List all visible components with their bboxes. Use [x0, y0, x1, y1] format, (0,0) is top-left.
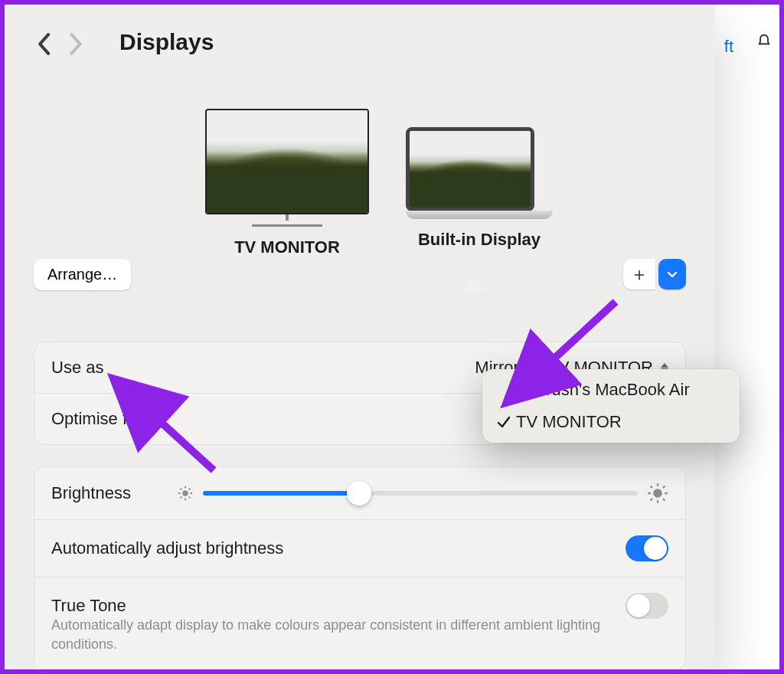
- svg-line-7: [181, 497, 182, 499]
- plus-icon: ＋: [630, 262, 648, 286]
- slider-knob[interactable]: [347, 481, 371, 506]
- use-as-label: Use as: [51, 358, 103, 378]
- svg-point-9: [653, 489, 662, 498]
- display-label: TV MONITOR: [205, 237, 369, 257]
- displays-settings-panel: Displays TV MONITOR Built-in Display Arr…: [5, 5, 715, 671]
- svg-line-8: [189, 489, 191, 490]
- auto-brightness-label: Automatically adjust brightness: [51, 538, 283, 558]
- svg-line-16: [651, 499, 652, 500]
- brightness-low-icon: [177, 485, 194, 502]
- brightness-high-icon: [647, 483, 668, 504]
- true-tone-toggle[interactable]: [626, 593, 668, 619]
- tv-stand-icon: [252, 219, 322, 227]
- brightness-row: Brightness: [34, 467, 685, 519]
- auto-brightness-toggle[interactable]: [626, 535, 668, 561]
- page-title: Displays: [119, 29, 214, 55]
- chevron-down-icon: [666, 268, 678, 280]
- macbook-icon: [406, 127, 534, 211]
- optimise-option-tv[interactable]: TV MONITOR: [487, 406, 735, 438]
- true-tone-label: True Tone: [51, 596, 126, 616]
- displays-toolbar: Arrange… ＋: [34, 259, 686, 293]
- popup-item-label: Paurush's MacBook Air: [516, 380, 690, 400]
- svg-point-0: [182, 490, 188, 496]
- svg-line-14: [651, 486, 652, 488]
- display-item-builtin[interactable]: Built-in Display: [406, 127, 553, 250]
- arrange-button[interactable]: Arrange…: [34, 259, 131, 290]
- tv-monitor-icon: [205, 109, 369, 214]
- display-item-tv[interactable]: TV MONITOR: [205, 109, 369, 257]
- optimise-for-label: Optimise for: [51, 409, 142, 429]
- optimise-for-popup: Paurush's MacBook Air TV MONITOR: [482, 369, 740, 443]
- add-display-dropdown-button[interactable]: [658, 259, 686, 290]
- brightness-label: Brightness: [51, 483, 131, 503]
- annotated-frame: ft Displays TV MONITOR Built-in D: [0, 0, 784, 674]
- auto-brightness-row: Automatically adjust brightness: [34, 519, 685, 577]
- popup-item-label: TV MONITOR: [516, 412, 622, 432]
- checkmark-icon: [495, 415, 513, 429]
- nav-forward-button[interactable]: [67, 31, 84, 53]
- macbook-base-icon: [406, 211, 553, 219]
- slider-track[interactable]: [203, 491, 638, 496]
- brightness-slider[interactable]: [177, 483, 668, 504]
- add-display-button[interactable]: ＋: [623, 259, 655, 290]
- nav-back-button[interactable]: [37, 31, 54, 53]
- display-label: Built-in Display: [406, 230, 553, 250]
- svg-line-15: [663, 499, 665, 500]
- notification-bell-icon: [756, 34, 772, 52]
- svg-line-5: [181, 489, 182, 490]
- add-display-group: ＋: [623, 259, 686, 290]
- optimise-option-macbook[interactable]: Paurush's MacBook Air: [487, 374, 735, 406]
- background-text-fragment: ft: [724, 37, 733, 57]
- svg-line-17: [663, 486, 665, 488]
- slider-fill: [203, 491, 359, 496]
- true-tone-description: Automatically adapt display to make colo…: [34, 616, 685, 669]
- displays-picker: TV MONITOR Built-in Display: [5, 109, 715, 262]
- panel-header: Displays: [5, 5, 715, 55]
- svg-line-6: [189, 497, 191, 499]
- settings-group-brightness: Brightness Automatically adjust brightne…: [34, 466, 686, 670]
